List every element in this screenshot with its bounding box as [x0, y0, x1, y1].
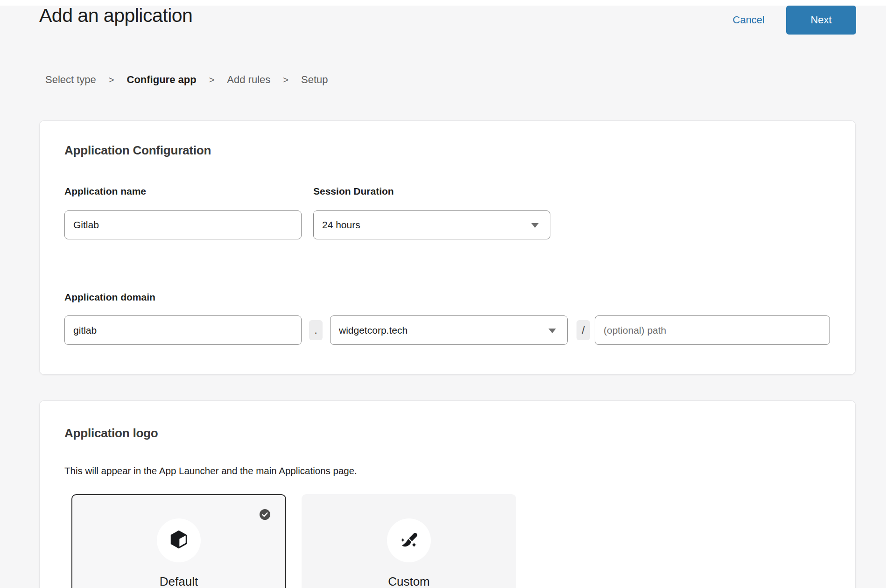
path-input[interactable] — [595, 315, 830, 345]
breadcrumb-step-setup[interactable]: Setup — [301, 74, 328, 86]
slash-separator: / — [577, 320, 590, 340]
application-configuration-card: Application Configuration Application na… — [39, 120, 856, 375]
cancel-button[interactable]: Cancel — [733, 14, 765, 26]
breadcrumb-step-add-rules[interactable]: Add rules — [227, 74, 270, 86]
next-button[interactable]: Next — [786, 6, 856, 35]
cube-icon — [168, 529, 190, 552]
subdomain-input[interactable] — [64, 315, 302, 345]
breadcrumb: Select type > Configure app > Add rules … — [45, 74, 328, 86]
application-name-label: Application name — [64, 186, 146, 197]
session-duration-label: Session Duration — [313, 186, 394, 197]
logo-option-label: Custom — [302, 574, 515, 588]
dot-separator: . — [309, 320, 323, 340]
chevron-down-icon — [531, 223, 539, 228]
breadcrumb-separator: > — [209, 75, 215, 85]
slash-separator-text: / — [582, 324, 584, 336]
default-logo-circle — [157, 518, 201, 562]
selected-check-icon — [260, 509, 270, 520]
breadcrumb-separator: > — [109, 75, 114, 85]
dot-separator-text: . — [314, 324, 317, 336]
domain-select-value: widgetcorp.tech — [339, 325, 408, 336]
logo-option-custom[interactable]: Custom — [302, 494, 516, 588]
breadcrumb-step-configure-app[interactable]: Configure app — [127, 74, 197, 86]
application-domain-label: Application domain — [64, 292, 155, 303]
application-logo-description: This will appear in the App Launcher and… — [64, 465, 357, 476]
page-title: Add an application — [39, 5, 192, 27]
chevron-down-icon — [548, 329, 556, 333]
application-name-input[interactable] — [64, 210, 302, 239]
header-actions: Cancel Next — [733, 6, 856, 35]
custom-logo-circle — [387, 518, 431, 562]
session-duration-select[interactable]: 24 hours — [313, 210, 550, 239]
application-configuration-heading: Application Configuration — [64, 143, 211, 158]
logo-option-label: Default — [72, 574, 285, 588]
session-duration-value: 24 hours — [322, 219, 360, 231]
application-logo-card: Application logo This will appear in the… — [39, 400, 856, 588]
domain-select[interactable]: widgetcorp.tech — [330, 315, 568, 345]
application-logo-heading: Application logo — [64, 426, 158, 441]
breadcrumb-separator: > — [283, 75, 288, 85]
breadcrumb-step-select-type[interactable]: Select type — [45, 74, 96, 86]
paintbrush-icon — [398, 529, 420, 552]
logo-option-default[interactable]: Default — [71, 494, 286, 588]
